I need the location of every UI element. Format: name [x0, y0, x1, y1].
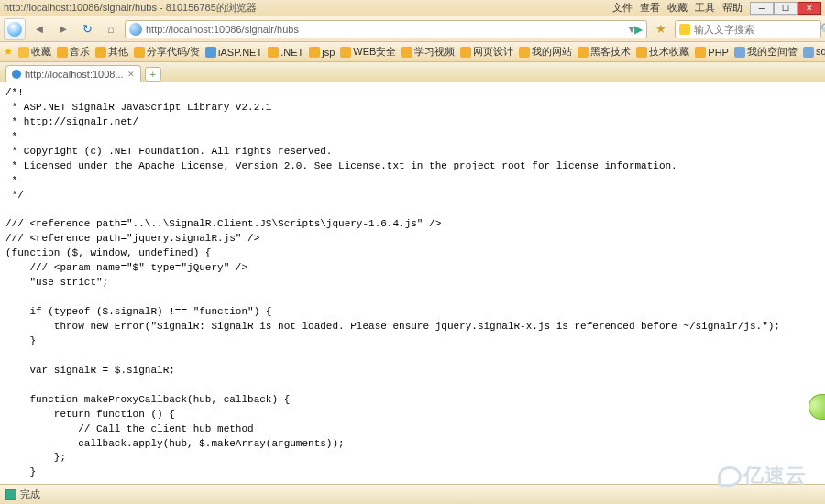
- bookmark-item[interactable]: 收藏: [18, 45, 51, 59]
- bookmark-item[interactable]: WEB安全: [340, 45, 396, 59]
- globe-icon: [129, 23, 142, 36]
- bookmark-item[interactable]: 我的网站: [519, 45, 572, 59]
- watermark-icon: [718, 466, 742, 487]
- search-bar[interactable]: 🔍: [675, 20, 821, 38]
- back-button[interactable]: ◄: [29, 19, 50, 39]
- bookmark-item[interactable]: sql guid 例: [803, 45, 825, 59]
- bookmark-item[interactable]: jsp: [309, 47, 335, 58]
- new-tab-button[interactable]: +: [145, 67, 161, 82]
- menu-help[interactable]: 帮助: [722, 1, 742, 15]
- menu-tools[interactable]: 工具: [695, 1, 715, 15]
- bookmarks-star-icon[interactable]: ★: [4, 46, 13, 58]
- bookmark-item[interactable]: iASP.NET: [205, 47, 262, 58]
- bookmark-item[interactable]: .NET: [268, 47, 303, 58]
- bookmark-item[interactable]: 我的空间管: [734, 45, 798, 59]
- close-button[interactable]: ✕: [798, 2, 821, 15]
- content-area[interactable]: /*! * ASP.NET SignalR JavaScript Library…: [0, 82, 825, 484]
- source-code: /*! * ASP.NET SignalR JavaScript Library…: [6, 86, 820, 484]
- search-engine-icon: [679, 24, 690, 35]
- tab-label: http://localhost:1008...: [25, 69, 124, 80]
- navigation-bar: ◄ ► ↻ ⌂ ▾ ▶ ★ 🔍: [0, 16, 825, 42]
- menu-favorites[interactable]: 收藏: [667, 1, 688, 15]
- tab-close-icon[interactable]: ✕: [127, 70, 135, 79]
- menu-bar: 文件 查看 收藏 工具 帮助: [612, 1, 742, 15]
- bookmark-item[interactable]: PHP: [695, 47, 729, 58]
- bookmarks-bar: ★ 收藏 音乐 其他 分享代码/资 iASP.NET .NET jsp WEB安…: [0, 42, 825, 62]
- maximize-button[interactable]: ☐: [774, 2, 798, 15]
- reload-button[interactable]: ↻: [77, 19, 97, 39]
- user-avatar[interactable]: [4, 18, 26, 40]
- title-bar: http://localhost:10086/signalr/hubs - 81…: [0, 0, 825, 16]
- status-bar: 完成: [0, 484, 825, 504]
- search-input[interactable]: [694, 24, 820, 35]
- tab-bar: http://localhost:1008... ✕ +: [0, 62, 825, 82]
- bookmark-item[interactable]: 其他: [95, 45, 128, 59]
- tab-favicon: [12, 70, 21, 79]
- menu-file[interactable]: 文件: [612, 1, 632, 15]
- forward-button[interactable]: ►: [53, 19, 73, 39]
- go-button[interactable]: ▶: [634, 23, 643, 36]
- menu-view[interactable]: 查看: [640, 1, 660, 15]
- home-button[interactable]: ⌂: [101, 19, 121, 39]
- url-input[interactable]: [146, 24, 629, 35]
- search-icon[interactable]: 🔍: [820, 23, 825, 36]
- status-icon: [6, 489, 16, 500]
- favorite-star-icon[interactable]: ★: [651, 19, 671, 39]
- minimize-button[interactable]: ─: [750, 2, 774, 15]
- watermark: 亿速云: [718, 462, 807, 489]
- bookmark-item[interactable]: 黑客技术: [578, 45, 631, 59]
- bookmark-item[interactable]: 网页设计: [460, 45, 513, 59]
- bookmark-item[interactable]: 技术收藏: [636, 45, 689, 59]
- status-text: 完成: [20, 488, 40, 501]
- bookmark-item[interactable]: 音乐: [57, 45, 90, 59]
- window-title: http://localhost:10086/signalr/hubs - 81…: [4, 1, 612, 15]
- bookmark-item[interactable]: 分享代码/资: [134, 45, 200, 59]
- address-bar[interactable]: ▾ ▶: [125, 20, 647, 38]
- tab-active[interactable]: http://localhost:1008... ✕: [6, 65, 141, 82]
- bookmark-item[interactable]: 学习视频: [402, 45, 455, 59]
